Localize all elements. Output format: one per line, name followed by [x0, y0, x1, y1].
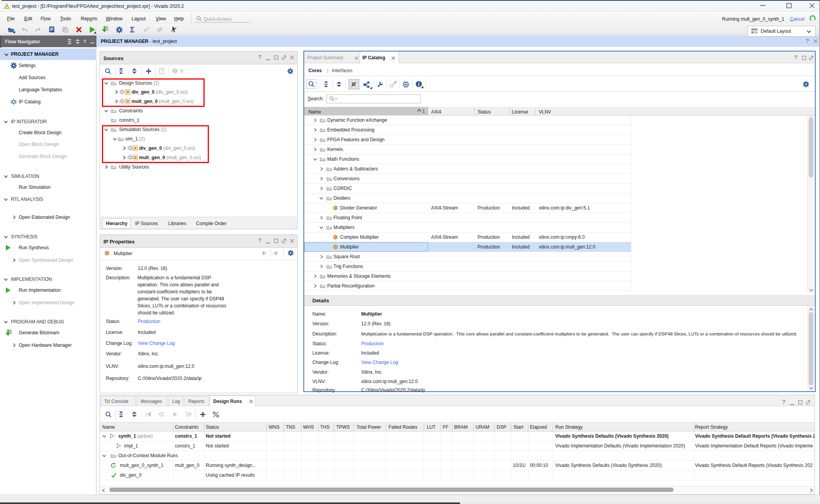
svg-text:10: 10 — [106, 28, 108, 30]
svg-text:10: 10 — [9, 332, 12, 334]
svg-text:?: ? — [160, 69, 163, 73]
